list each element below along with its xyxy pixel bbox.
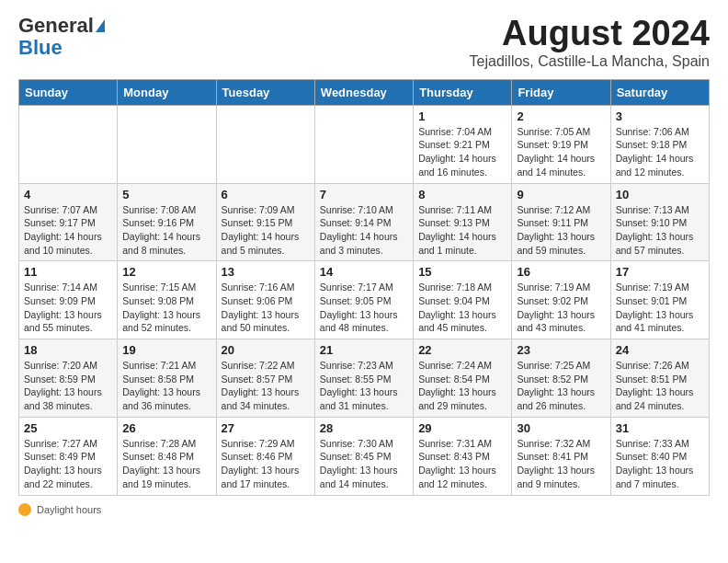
calendar-cell: 10Sunrise: 7:13 AM Sunset: 9:10 PM Dayli… bbox=[610, 183, 709, 261]
calendar-cell: 17Sunrise: 7:19 AM Sunset: 9:01 PM Dayli… bbox=[610, 261, 709, 339]
day-number: 19 bbox=[122, 343, 210, 357]
day-detail: Sunrise: 7:20 AM Sunset: 8:59 PM Dayligh… bbox=[24, 359, 112, 413]
calendar-header-sunday: Sunday bbox=[19, 79, 118, 105]
day-detail: Sunrise: 7:07 AM Sunset: 9:17 PM Dayligh… bbox=[24, 203, 112, 258]
day-number: 16 bbox=[517, 265, 605, 279]
day-detail: Sunrise: 7:31 AM Sunset: 8:43 PM Dayligh… bbox=[418, 437, 506, 491]
day-number: 23 bbox=[517, 343, 605, 357]
day-number: 13 bbox=[222, 265, 310, 279]
calendar-cell: 3Sunrise: 7:06 AM Sunset: 9:18 PM Daylig… bbox=[610, 105, 709, 183]
calendar-cell: 19Sunrise: 7:21 AM Sunset: 8:58 PM Dayli… bbox=[118, 339, 216, 418]
calendar-header-thursday: Thursday bbox=[414, 79, 512, 105]
logo-triangle-icon bbox=[96, 19, 105, 32]
calendar-cell: 23Sunrise: 7:25 AM Sunset: 8:52 PM Dayli… bbox=[512, 339, 610, 418]
calendar-header-row: SundayMondayTuesdayWednesdayThursdayFrid… bbox=[19, 79, 710, 105]
calendar-cell: 11Sunrise: 7:14 AM Sunset: 9:09 PM Dayli… bbox=[19, 261, 118, 339]
calendar-header-friday: Friday bbox=[512, 79, 610, 105]
day-number: 30 bbox=[517, 421, 605, 435]
calendar-cell: 21Sunrise: 7:23 AM Sunset: 8:55 PM Dayli… bbox=[314, 339, 413, 418]
day-detail: Sunrise: 7:32 AM Sunset: 8:41 PM Dayligh… bbox=[517, 437, 605, 491]
logo: General Blue bbox=[18, 15, 105, 59]
day-detail: Sunrise: 7:15 AM Sunset: 9:08 PM Dayligh… bbox=[122, 281, 210, 335]
calendar-cell bbox=[19, 105, 118, 183]
day-detail: Sunrise: 7:10 AM Sunset: 9:14 PM Dayligh… bbox=[320, 203, 408, 258]
day-number: 10 bbox=[616, 188, 704, 201]
calendar-cell bbox=[314, 105, 413, 183]
day-detail: Sunrise: 7:13 AM Sunset: 9:10 PM Dayligh… bbox=[616, 203, 704, 258]
calendar-cell: 5Sunrise: 7:08 AM Sunset: 9:16 PM Daylig… bbox=[118, 183, 216, 261]
day-number: 14 bbox=[320, 265, 408, 279]
calendar-week-row: 18Sunrise: 7:20 AM Sunset: 8:59 PM Dayli… bbox=[19, 339, 710, 418]
day-number: 11 bbox=[24, 265, 112, 279]
calendar-week-row: 25Sunrise: 7:27 AM Sunset: 8:49 PM Dayli… bbox=[19, 417, 710, 495]
calendar-week-row: 4Sunrise: 7:07 AM Sunset: 9:17 PM Daylig… bbox=[19, 183, 710, 261]
day-number: 26 bbox=[122, 421, 210, 435]
calendar-cell: 29Sunrise: 7:31 AM Sunset: 8:43 PM Dayli… bbox=[414, 417, 512, 495]
day-detail: Sunrise: 7:26 AM Sunset: 8:51 PM Dayligh… bbox=[616, 359, 704, 413]
day-detail: Sunrise: 7:18 AM Sunset: 9:04 PM Dayligh… bbox=[418, 281, 506, 335]
location-subtitle: Tejadillos, Castille-La Mancha, Spain bbox=[470, 53, 710, 70]
calendar-cell: 26Sunrise: 7:28 AM Sunset: 8:48 PM Dayli… bbox=[118, 417, 216, 495]
day-number: 25 bbox=[24, 421, 112, 435]
day-detail: Sunrise: 7:24 AM Sunset: 8:54 PM Dayligh… bbox=[418, 359, 506, 413]
calendar-cell: 8Sunrise: 7:11 AM Sunset: 9:13 PM Daylig… bbox=[414, 183, 512, 261]
day-number: 2 bbox=[517, 109, 605, 123]
day-number: 15 bbox=[418, 265, 506, 279]
day-number: 5 bbox=[122, 188, 210, 201]
day-detail: Sunrise: 7:17 AM Sunset: 9:05 PM Dayligh… bbox=[320, 281, 408, 335]
day-detail: Sunrise: 7:29 AM Sunset: 8:46 PM Dayligh… bbox=[222, 437, 310, 491]
calendar-cell: 2Sunrise: 7:05 AM Sunset: 9:19 PM Daylig… bbox=[512, 105, 610, 183]
footer-note: Daylight hours bbox=[18, 503, 710, 516]
day-number: 1 bbox=[418, 109, 506, 123]
day-number: 4 bbox=[24, 188, 112, 201]
header: General Blue August 2024 Tejadillos, Cas… bbox=[18, 15, 710, 70]
calendar-week-row: 11Sunrise: 7:14 AM Sunset: 9:09 PM Dayli… bbox=[19, 261, 710, 339]
day-detail: Sunrise: 7:12 AM Sunset: 9:11 PM Dayligh… bbox=[517, 203, 605, 258]
calendar-cell bbox=[118, 105, 216, 183]
day-detail: Sunrise: 7:28 AM Sunset: 8:48 PM Dayligh… bbox=[122, 437, 210, 491]
calendar-header-wednesday: Wednesday bbox=[314, 79, 413, 105]
calendar-header-monday: Monday bbox=[118, 79, 216, 105]
day-number: 9 bbox=[517, 188, 605, 201]
logo-blue-text: Blue bbox=[18, 37, 105, 59]
day-number: 17 bbox=[616, 265, 704, 279]
calendar-cell: 25Sunrise: 7:27 AM Sunset: 8:49 PM Dayli… bbox=[19, 417, 118, 495]
day-detail: Sunrise: 7:19 AM Sunset: 9:01 PM Dayligh… bbox=[616, 281, 704, 335]
day-detail: Sunrise: 7:30 AM Sunset: 8:45 PM Dayligh… bbox=[320, 437, 408, 491]
day-detail: Sunrise: 7:11 AM Sunset: 9:13 PM Dayligh… bbox=[418, 203, 506, 258]
day-detail: Sunrise: 7:19 AM Sunset: 9:02 PM Dayligh… bbox=[517, 281, 605, 335]
day-number: 31 bbox=[616, 421, 704, 435]
day-detail: Sunrise: 7:25 AM Sunset: 8:52 PM Dayligh… bbox=[517, 359, 605, 413]
day-number: 6 bbox=[222, 188, 310, 201]
day-detail: Sunrise: 7:04 AM Sunset: 9:21 PM Dayligh… bbox=[418, 125, 506, 179]
calendar-cell: 16Sunrise: 7:19 AM Sunset: 9:02 PM Dayli… bbox=[512, 261, 610, 339]
day-detail: Sunrise: 7:21 AM Sunset: 8:58 PM Dayligh… bbox=[122, 359, 210, 413]
day-number: 22 bbox=[418, 343, 506, 357]
day-number: 18 bbox=[24, 343, 112, 357]
calendar-cell: 24Sunrise: 7:26 AM Sunset: 8:51 PM Dayli… bbox=[610, 339, 709, 418]
day-number: 7 bbox=[320, 188, 408, 201]
calendar-cell: 15Sunrise: 7:18 AM Sunset: 9:04 PM Dayli… bbox=[414, 261, 512, 339]
calendar-cell: 18Sunrise: 7:20 AM Sunset: 8:59 PM Dayli… bbox=[19, 339, 118, 418]
day-detail: Sunrise: 7:16 AM Sunset: 9:06 PM Dayligh… bbox=[222, 281, 310, 335]
logo-general-text: General bbox=[18, 15, 94, 37]
day-number: 20 bbox=[222, 343, 310, 357]
calendar-cell: 31Sunrise: 7:33 AM Sunset: 8:40 PM Dayli… bbox=[610, 417, 709, 495]
calendar-cell: 28Sunrise: 7:30 AM Sunset: 8:45 PM Dayli… bbox=[314, 417, 413, 495]
calendar-cell: 20Sunrise: 7:22 AM Sunset: 8:57 PM Dayli… bbox=[216, 339, 314, 418]
calendar-week-row: 1Sunrise: 7:04 AM Sunset: 9:21 PM Daylig… bbox=[19, 105, 710, 183]
calendar-cell: 14Sunrise: 7:17 AM Sunset: 9:05 PM Dayli… bbox=[314, 261, 413, 339]
calendar-cell: 1Sunrise: 7:04 AM Sunset: 9:21 PM Daylig… bbox=[414, 105, 512, 183]
calendar-cell: 13Sunrise: 7:16 AM Sunset: 9:06 PM Dayli… bbox=[216, 261, 314, 339]
day-number: 29 bbox=[418, 421, 506, 435]
day-detail: Sunrise: 7:06 AM Sunset: 9:18 PM Dayligh… bbox=[616, 125, 704, 179]
day-detail: Sunrise: 7:14 AM Sunset: 9:09 PM Dayligh… bbox=[24, 281, 112, 335]
calendar-cell: 9Sunrise: 7:12 AM Sunset: 9:11 PM Daylig… bbox=[512, 183, 610, 261]
calendar-cell bbox=[216, 105, 314, 183]
day-detail: Sunrise: 7:08 AM Sunset: 9:16 PM Dayligh… bbox=[122, 203, 210, 258]
day-number: 3 bbox=[616, 109, 704, 123]
calendar-cell: 30Sunrise: 7:32 AM Sunset: 8:41 PM Dayli… bbox=[512, 417, 610, 495]
day-detail: Sunrise: 7:05 AM Sunset: 9:19 PM Dayligh… bbox=[517, 125, 605, 179]
calendar-cell: 4Sunrise: 7:07 AM Sunset: 9:17 PM Daylig… bbox=[19, 183, 118, 261]
month-year-title: August 2024 bbox=[470, 15, 710, 53]
